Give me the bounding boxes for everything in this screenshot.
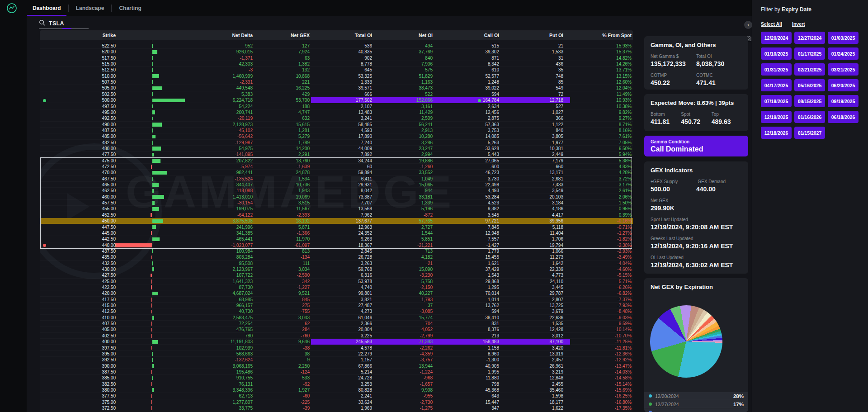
table-row[interactable]: 490.002,128,97315,61558,48556,24157,3631…	[40, 122, 633, 128]
col-header-put-oi[interactable]: Put OI	[549, 30, 563, 40]
expiry-date-button[interactable]: 12/20/2024	[761, 32, 792, 44]
table-row[interactable]: 512.50-31326455756103513.71%	[40, 67, 633, 73]
table-row[interactable]: 385.00910,75553324,728-96811,88012,848-1…	[40, 375, 633, 381]
table-row[interactable]: 517.50-1,371639028408713114.82%	[40, 55, 633, 61]
expiry-date-button[interactable]: 09/19/2025	[828, 95, 859, 107]
expiry-date-button[interactable]: 04/17/2025	[761, 79, 792, 91]
expiry-date-button[interactable]: 06/18/2026	[828, 111, 859, 123]
table-row[interactable]: 505.00449,54816,22539,57138,47339,022549…	[40, 85, 633, 91]
table-row[interactable]: 507.50-2,3312211,3331,1631,2488512.60%	[40, 79, 633, 85]
table-row[interactable]: 435.00803,284-13426,7284,18215,45511,273…	[40, 254, 633, 260]
search-input[interactable]: TSLA	[49, 20, 64, 27]
expiry-date-button[interactable]: 03/21/2025	[828, 63, 859, 76]
expiry-date-button[interactable]: 01/24/2025	[828, 47, 859, 60]
col-header-total-oi[interactable]: Total OI	[355, 30, 372, 40]
legend-row[interactable]: 12/27/202417%	[644, 400, 748, 408]
table-row[interactable]: 477.50-141,8952,2917,8922,9945,4432,4495…	[40, 152, 633, 157]
legend-row[interactable]: 12/20/202428%	[644, 392, 748, 400]
table-row[interactable]: 432.5095,5081113,263-211,6211,642-4.04%	[40, 260, 633, 266]
table-row[interactable]: 407.5072,254-622,366-7048311,535-9.59%	[40, 321, 633, 327]
table-row[interactable]: 515.0042,3031,3828,7787,9068,34243614.26…	[40, 61, 633, 67]
table-row[interactable]: 420.004,687,0249,52199,80140,22770,01429…	[40, 290, 633, 296]
col-header-net-gex[interactable]: Net GEX	[291, 30, 310, 40]
table-row[interactable]: 497.5054,2241882,1073,1612,634-52710.38%	[40, 104, 633, 109]
table-row[interactable]: 472.50-5,974-1,63960-1,260-6006604.83%	[40, 164, 633, 170]
col-header-strike[interactable]: Strike	[103, 30, 116, 40]
table-row[interactable]: 462.50-118,0881,9438,0429444,4933,5492.6…	[40, 188, 633, 194]
table-row[interactable]: 402.50780-7603,225-2,7992133,012-10.70%	[40, 333, 633, 339]
col-header-pct-from-spot[interactable]: % From Spot	[602, 30, 632, 40]
tab-landscape[interactable]: Landscape	[69, 0, 112, 16]
expiry-date-button[interactable]: 02/21/2025	[794, 63, 825, 76]
table-row[interactable]: 392.50-132,62491,157-3,757-1,3002,457-12…	[40, 357, 633, 363]
table-row[interactable]: 460.001,413,01019,06973,38733,18153,2842…	[40, 194, 633, 200]
table-row[interactable]: 445.00341,385-1,36624,3521,54412,94811,4…	[40, 230, 633, 236]
expiry-date-button[interactable]: 06/20/2025	[828, 79, 859, 91]
expiry-date-button[interactable]: 12/19/2025	[761, 111, 792, 123]
expiry-date-button[interactable]: 01/17/2025	[794, 47, 825, 60]
table-row[interactable]: 390.003,068,1652,25067,86613,94440,90526…	[40, 363, 633, 369]
table-row[interactable]: 465.00344,40710,73629,93115,06522,4987,4…	[40, 182, 633, 188]
table-row[interactable]: 447.50241,9965,87112,9632,7277,8455,118-…	[40, 224, 633, 230]
invert-link[interactable]: Invert	[792, 21, 805, 27]
table-row[interactable]: 425.001,641,323-34253,9785,75829,86824,1…	[40, 279, 633, 284]
table-row[interactable]: 377.5062,713-602,241-9556431,598-16.25%	[40, 393, 633, 399]
gammaedge-logo-icon[interactable]	[6, 3, 17, 14]
table-row[interactable]: 487.50-45,1021,2814,5932,9133,7538408.16…	[40, 128, 633, 133]
table-row[interactable]: 467.50-135,5241,5346,4111,0493,7302,6813…	[40, 176, 633, 182]
expiry-date-button[interactable]: 07/18/2025	[761, 95, 792, 107]
table-row[interactable]: 442.50465,44111,9709,2635,8517,5571,706-…	[40, 236, 633, 242]
table-row[interactable]: 430.002,123,9673,03459,76815,09037,42922…	[40, 266, 633, 272]
table-row[interactable]: 455.00199,07511,56713,5685,1969,3824,186…	[40, 206, 633, 212]
table-row[interactable]: 475.00207,82213,76034,24419,88627,0657,1…	[40, 158, 633, 164]
table-row[interactable]: 500.006,224,71853,700177,502152,066164,7…	[40, 97, 633, 103]
table-row[interactable]: 485.00-56,6425,27917,89010,28014,0853,80…	[40, 133, 633, 139]
table-row[interactable]: 400.0011,191,8039,646245,58371,383158,48…	[40, 339, 633, 345]
table-row[interactable]: 452.50-64,122-2,3937,962-8723,5454,4170.…	[40, 212, 633, 218]
tab-dashboard[interactable]: Dashboard	[25, 0, 68, 16]
table-row[interactable]: 457.50-30,1543,5157,7071,3394,5233,1841.…	[40, 200, 633, 206]
table-row[interactable]: 375.001,277,807-22533,624-2,73015,44718,…	[40, 399, 633, 405]
expiry-date-button[interactable]: 01/10/2025	[761, 47, 792, 60]
table-row[interactable]: 440.00-1,023,077-61,09718,367-21,221-1,4…	[40, 242, 633, 248]
expiry-date-button[interactable]: 01/15/2027	[794, 127, 825, 139]
table-row[interactable]: 470.00982,44124,87859,89433,55246,72313,…	[40, 170, 633, 175]
expiry-date-button[interactable]: 12/27/2024	[794, 32, 825, 44]
table-row[interactable]: 482.50-129,9871,7897,2403,2865,2631,9777…	[40, 140, 633, 146]
table-row[interactable]: 397.50102,939-384,578-2,2621,1583,420-11…	[40, 345, 633, 351]
table-row[interactable]: 387.50195,486-1245,214-1,2241,9953,219-1…	[40, 369, 633, 375]
expiry-date-button[interactable]: 01/16/2026	[794, 111, 825, 123]
table-row[interactable]: 495.00200,7414,74713,48311,42912,4561,02…	[40, 109, 633, 115]
table-row[interactable]: 437.50100,9848132,8457131,7791,066-2.93%	[40, 248, 633, 254]
table-row[interactable]: 450.003,875,50818,192137,67757,76597,721…	[40, 218, 633, 224]
table-row[interactable]: 502.505,3834296665225947211.49%	[40, 91, 633, 97]
expiry-date-button[interactable]: 01/03/2025	[828, 32, 859, 44]
table-row[interactable]: 405.00476,765-28420,804-4,0528,37612,428…	[40, 327, 633, 332]
table-row[interactable]: 380.003,348,3961,92780,8289,90845,36835,…	[40, 387, 633, 393]
table-row[interactable]: 395.00568,6633822,279-4,3598,96013,319-1…	[40, 351, 633, 357]
table-row[interactable]: 422.5087,730-1,2274,740-2,1501,2953,445-…	[40, 284, 633, 290]
expiry-date-button[interactable]: 01/31/2025	[761, 63, 792, 76]
table-row[interactable]: 492.50-20,1196323,2412,5092,8753669.27%	[40, 115, 633, 121]
legend-row[interactable]	[644, 408, 748, 412]
table-row[interactable]: 412.5040,730-7554,273-3,0855943,679-8.48…	[40, 308, 633, 314]
col-header-net-oi[interactable]: Net OI	[419, 30, 433, 40]
table-row[interactable]: 480.0054,97514,20044,00923,24733,62810,3…	[40, 146, 633, 152]
table-row[interactable]: 427.50107,722-2,5906,316-3,2301,5434,773…	[40, 272, 633, 278]
table-row[interactable]: 382.5076,131-923,253-1,6577982,455-15.14…	[40, 381, 633, 387]
collapse-panel-button[interactable]: ›	[744, 21, 752, 29]
table-row[interactable]: 415.00966,157-27527,4873713,76213,725-7.…	[40, 303, 633, 308]
tab-charting[interactable]: Charting	[112, 0, 148, 16]
table-row[interactable]: 520.00926,0157,92440,83537,76939,3021,53…	[40, 49, 633, 55]
table-row[interactable]: 510.001,460,99910,86853,32551,82952,5777…	[40, 73, 633, 79]
table-row[interactable]: 410.002,583,4753,04361,04615,77438,41022…	[40, 315, 633, 321]
table-row[interactable]: 522.509521275364945152115.93%	[40, 43, 633, 49]
expiry-date-button[interactable]: 05/16/2025	[794, 79, 825, 91]
col-header-call-oi[interactable]: Call OI	[484, 30, 499, 40]
select-all-link[interactable]: Select All	[761, 21, 782, 27]
table-row[interactable]: 417.5068,985-8453,821-1,7931,0142,807-7.…	[40, 297, 633, 303]
expiry-date-button[interactable]: 08/15/2025	[794, 95, 825, 107]
ticker-search[interactable]: TSLA	[39, 17, 89, 29]
table-row[interactable]: 372.5033,775-391,969-1,2753471,622-17.35…	[40, 405, 633, 411]
col-header-net-delta[interactable]: Net Delta	[232, 30, 253, 40]
